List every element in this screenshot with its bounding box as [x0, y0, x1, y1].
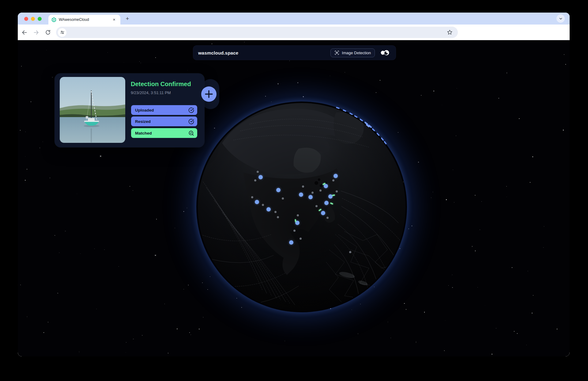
check-circle-icon — [188, 107, 194, 113]
earth-globe[interactable] — [198, 103, 406, 311]
forward-arrow-icon — [33, 29, 39, 36]
page-content: wasmcloud.space Image Detection — [18, 40, 570, 356]
close-tab-icon[interactable]: × — [111, 17, 117, 22]
cable-lines — [199, 119, 401, 307]
window-controls — [24, 17, 42, 21]
image-detection-label: Image Detection — [342, 51, 371, 55]
card-title: Detection Confirmed — [131, 81, 191, 88]
status-label: Uploaded — [135, 108, 154, 112]
search-check-icon — [188, 130, 194, 136]
globe-graphic — [198, 103, 406, 311]
zoom-window-button[interactable] — [38, 17, 42, 21]
back-button[interactable] — [21, 29, 28, 36]
card-timestamp: 9/23/2024, 3:51:11 PM — [131, 90, 171, 95]
sailboat-photo-graphic — [60, 77, 125, 143]
close-window-button[interactable] — [24, 17, 28, 21]
reload-icon — [45, 29, 51, 35]
site-settings-button[interactable] — [58, 28, 66, 37]
status-pill-uploaded: Uploaded — [131, 105, 197, 115]
status-label: Resized — [135, 119, 151, 124]
tab-title: WAwesomeCloud — [59, 17, 89, 22]
satellite-dash-arc — [336, 107, 387, 145]
bookmark-button[interactable] — [447, 29, 453, 36]
browser-tab[interactable]: WAwesomeCloud × — [48, 15, 120, 25]
add-detection-button[interactable] — [201, 86, 217, 102]
new-tab-button[interactable]: + — [124, 15, 131, 22]
reload-button[interactable] — [44, 29, 51, 36]
chevron-down-icon — [559, 17, 563, 21]
plus-icon — [205, 90, 213, 98]
address-bar[interactable] — [56, 27, 458, 38]
detection-card: Detection Confirmed 9/23/2024, 3:51:11 P… — [55, 73, 205, 147]
minimize-window-button[interactable] — [31, 17, 35, 21]
wasmcloud-favicon-icon — [51, 17, 56, 22]
tune-icon — [60, 30, 65, 35]
status-pill-resized: Resized — [131, 116, 197, 126]
app-header-bar: wasmcloud.space Image Detection — [193, 45, 396, 60]
scan-eye-icon — [334, 50, 339, 55]
site-title: wasmcloud.space — [198, 50, 238, 55]
bookmark-star-icon — [447, 29, 453, 36]
detection-photo — [60, 77, 125, 143]
back-arrow-icon — [21, 29, 28, 36]
browser-toolbar — [18, 25, 570, 40]
image-detection-button[interactable]: Image Detection — [330, 48, 375, 57]
tab-strip: WAwesomeCloud × + — [18, 13, 570, 25]
desktop-background: WAwesomeCloud × + — [0, 0, 588, 381]
theme-toggle[interactable] — [379, 48, 391, 57]
check-circle-icon — [188, 119, 194, 124]
browser-window: WAwesomeCloud × + — [18, 13, 570, 356]
status-label: Matched — [135, 131, 152, 135]
light-dark-toggle-icon — [379, 49, 390, 57]
forward-button[interactable] — [33, 29, 40, 36]
tab-search-button[interactable] — [556, 14, 565, 23]
status-pill-matched: Matched — [131, 128, 197, 138]
landmass-shapes — [222, 109, 382, 291]
